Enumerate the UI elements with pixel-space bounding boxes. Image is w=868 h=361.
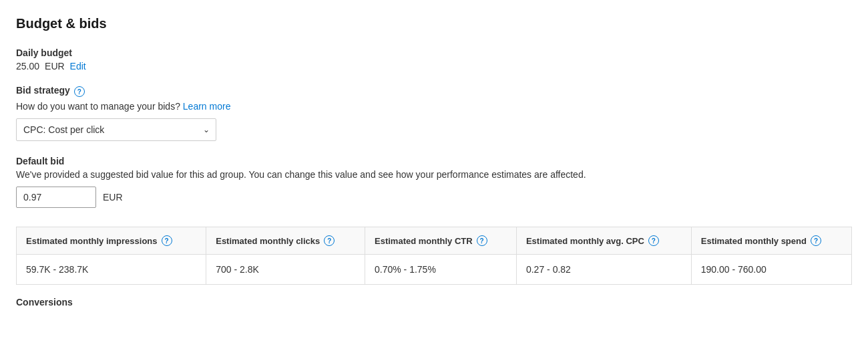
daily-budget-label: Daily budget [16, 47, 852, 58]
bid-strategy-desc-text: How do you want to manage your bids? [16, 101, 180, 112]
daily-budget-section: Daily budget 25.00 EUR Edit [16, 47, 852, 72]
edit-budget-link[interactable]: Edit [70, 61, 86, 72]
impressions-help-icon[interactable]: ? [162, 235, 172, 246]
daily-budget-amount: 25.00 [16, 61, 39, 72]
bid-strategy-label: Bid strategy [16, 85, 70, 96]
bid-currency-label: EUR [103, 192, 123, 203]
cell-cpc: 0.27 - 0.82 [516, 255, 691, 285]
default-bid-label: Default bid [16, 156, 852, 166]
bid-strategy-select-wrapper: CPC: Cost per clickCPM: Cost per thousan… [16, 118, 216, 141]
estimates-table-header-row: Estimated monthly impressions ? Estimate… [17, 227, 852, 255]
bid-strategy-help-icon[interactable]: ? [74, 86, 85, 97]
bid-input-row: EUR [16, 187, 852, 208]
col-header-spend: Estimated monthly spend ? [691, 227, 851, 255]
estimates-table: Estimated monthly impressions ? Estimate… [16, 227, 852, 285]
col-header-clicks: Estimated monthly clicks ? [206, 227, 365, 255]
default-bid-input[interactable] [16, 187, 96, 208]
default-bid-section: Default bid We've provided a suggested b… [16, 156, 852, 208]
col-header-ctr: Estimated monthly CTR ? [365, 227, 517, 255]
default-bid-description: We've provided a suggested bid value for… [16, 169, 852, 180]
learn-more-link[interactable]: Learn more [183, 101, 231, 112]
bid-strategy-label-row: Bid strategy ? [16, 85, 852, 98]
conversions-label: Conversions [16, 297, 852, 308]
col-header-cpc: Estimated monthly avg. CPC ? [516, 227, 691, 255]
col-header-impressions: Estimated monthly impressions ? [17, 227, 206, 255]
table-row: 59.7K - 238.7K 700 - 2.8K 0.70% - 1.75% … [17, 255, 852, 285]
bid-strategy-section: Bid strategy ? How do you want to manage… [16, 85, 852, 141]
bid-strategy-select[interactable]: CPC: Cost per clickCPM: Cost per thousan… [16, 118, 216, 141]
daily-budget-currency: EUR [45, 61, 65, 72]
page-title: Budget & bids [16, 16, 852, 31]
spend-help-icon[interactable]: ? [811, 235, 821, 246]
ctr-help-icon[interactable]: ? [477, 235, 487, 246]
cell-clicks: 700 - 2.8K [206, 255, 365, 285]
cell-impressions: 59.7K - 238.7K [17, 255, 206, 285]
cell-ctr: 0.70% - 1.75% [365, 255, 517, 285]
clicks-help-icon[interactable]: ? [324, 235, 335, 246]
cpc-help-icon[interactable]: ? [648, 235, 659, 246]
cell-spend: 190.00 - 760.00 [691, 255, 851, 285]
bid-strategy-description: How do you want to manage your bids? Lea… [16, 101, 852, 112]
daily-budget-row: 25.00 EUR Edit [16, 61, 852, 72]
